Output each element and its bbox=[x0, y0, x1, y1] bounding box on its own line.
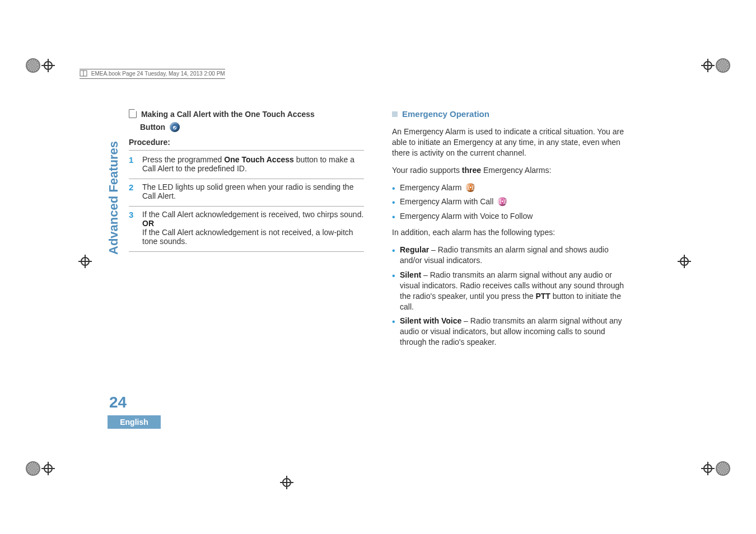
book-header-text: EMEA.book Page 24 Tuesday, May 14, 2013 … bbox=[91, 71, 225, 77]
type-list: Regular – Radio transmits an alarm signa… bbox=[392, 245, 627, 348]
step-number: 3 bbox=[129, 210, 137, 246]
right-column: Emergency Operation An Emergency Alarm i… bbox=[392, 109, 627, 425]
alarm-item: Emergency Alarm with Call ((•)) bbox=[392, 196, 627, 207]
registration-mark-top-left bbox=[26, 58, 55, 73]
left-heading: Making a Call Alert with the One Touch A… bbox=[129, 109, 364, 132]
page: EMEA.book Page 24 Tuesday, May 14, 2013 … bbox=[0, 0, 756, 534]
step-2: 2 The LED lights up solid green when you… bbox=[129, 179, 364, 207]
type-silent: Silent – Radio transmits an alarm signal… bbox=[392, 270, 627, 312]
square-bullet-icon bbox=[392, 111, 398, 117]
step-1: 1 Press the programmed One Touch Access … bbox=[129, 150, 364, 179]
page-number: 24 bbox=[109, 394, 127, 411]
book-icon bbox=[80, 70, 87, 78]
step-number: 2 bbox=[129, 182, 137, 200]
step-text: The LED lights up solid green when your … bbox=[142, 182, 364, 200]
paragraph-intro: An Emergency Alarm is used to indicate a… bbox=[392, 127, 627, 158]
right-heading: Emergency Operation bbox=[392, 109, 627, 119]
alarm-call-icon: ((•)) bbox=[498, 197, 507, 206]
document-icon bbox=[129, 109, 137, 118]
registration-mark-bottom-left bbox=[26, 461, 55, 476]
alarm-icon: ((•)) bbox=[466, 183, 475, 192]
registration-mark-top-right bbox=[701, 58, 730, 73]
type-silent-voice: Silent with Voice – Radio transmits an a… bbox=[392, 316, 627, 348]
step-number: 1 bbox=[129, 155, 137, 173]
alarm-item: Emergency Alarm with Voice to Follow bbox=[392, 211, 627, 222]
paragraph-supports: Your radio supports three Emergency Alar… bbox=[392, 165, 627, 176]
step-text: If the Call Alert acknowledgement is rec… bbox=[142, 210, 364, 246]
procedure-steps: 1 Press the programmed One Touch Access … bbox=[129, 150, 364, 252]
side-tab: Advanced Features bbox=[106, 141, 121, 255]
one-touch-button-icon: ⎋ bbox=[170, 122, 180, 132]
left-heading-line2: Button bbox=[140, 123, 165, 132]
type-regular: Regular – Radio transmits an alarm signa… bbox=[392, 245, 627, 266]
step-text: Press the programmed One Touch Access bu… bbox=[142, 155, 364, 173]
alarm-item: Emergency Alarm ((•)) bbox=[392, 182, 627, 193]
left-heading-line1: Making a Call Alert with the One Touch A… bbox=[141, 110, 315, 119]
procedure-label: Procedure: bbox=[129, 138, 364, 147]
step-3: 3 If the Call Alert acknowledgement is r… bbox=[129, 207, 364, 252]
book-header: EMEA.book Page 24 Tuesday, May 14, 2013 … bbox=[80, 69, 225, 79]
content-area: Making a Call Alert with the One Touch A… bbox=[129, 109, 627, 425]
registration-mark-bottom-right bbox=[701, 461, 730, 476]
alarm-list: Emergency Alarm ((•)) Emergency Alarm wi… bbox=[392, 182, 627, 222]
paragraph-types: In addition, each alarm has the followin… bbox=[392, 227, 627, 238]
left-column: Making a Call Alert with the One Touch A… bbox=[129, 109, 364, 425]
